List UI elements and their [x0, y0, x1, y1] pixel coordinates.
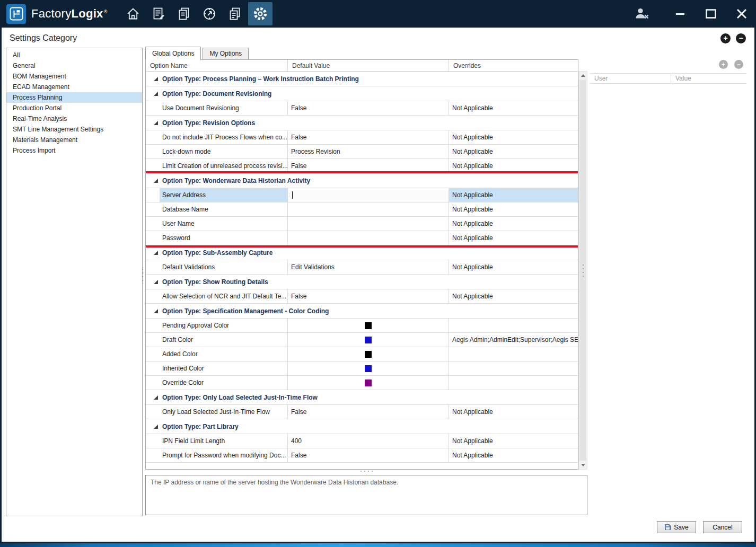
- collapse-triangle-icon[interactable]: [154, 309, 158, 313]
- scrollbar-thumb[interactable]: [579, 80, 586, 461]
- maximize-button[interactable]: [703, 6, 719, 22]
- option-name-cell[interactable]: Password: [146, 231, 288, 245]
- default-value-cell[interactable]: [288, 333, 449, 347]
- option-name-cell[interactable]: Do not include JIT Process Flows when co…: [146, 130, 288, 144]
- scroll-down-arrow-icon[interactable]: [579, 461, 587, 469]
- option-name-cell[interactable]: Draft Color: [146, 333, 288, 347]
- default-value-cell[interactable]: False: [288, 405, 449, 419]
- overrides-cell[interactable]: Not Applicable: [449, 289, 578, 303]
- copy-documents-button[interactable]: [223, 2, 247, 25]
- option-name-cell[interactable]: Prompt for Password when modifying Doc..…: [146, 448, 288, 462]
- overrides-cell[interactable]: Not Applicable: [449, 260, 578, 274]
- sidebar-item-smt-line-management-settings[interactable]: SMT Line Management Settings: [6, 124, 142, 135]
- column-header-user[interactable]: User: [590, 74, 671, 83]
- overrides-cell[interactable]: Not Applicable: [449, 231, 578, 245]
- overrides-cell[interactable]: Not Applicable: [449, 434, 578, 448]
- add-override-button[interactable]: +: [719, 60, 728, 69]
- default-value-cell[interactable]: False: [288, 101, 449, 115]
- overrides-cell[interactable]: [449, 376, 578, 390]
- default-value-cell[interactable]: Process Revision: [288, 145, 449, 158]
- option-row[interactable]: Allow Selection of NCR and JIT Default T…: [146, 289, 578, 304]
- group-header-row[interactable]: Option Type: Only Load Selected Just-In-…: [146, 390, 578, 405]
- overrides-cell[interactable]: Not Applicable: [449, 217, 578, 231]
- add-settings-button[interactable]: +: [720, 33, 731, 43]
- collapse-triangle-icon[interactable]: [154, 121, 158, 125]
- default-value-cell[interactable]: False: [288, 289, 449, 303]
- overrides-cell[interactable]: Aegis Admin;AdminEdit;Supervisor;Aegis S…: [449, 333, 578, 347]
- group-header-row[interactable]: Option Type: Specification Management - …: [146, 304, 578, 319]
- default-value-cell[interactable]: 400: [288, 434, 449, 448]
- user-logout-button[interactable]: [634, 6, 650, 22]
- option-row[interactable]: Inherited Color: [146, 361, 578, 376]
- default-value-cell[interactable]: False: [288, 130, 449, 144]
- sidebar-item-all[interactable]: All: [6, 50, 142, 60]
- option-name-cell[interactable]: Limit Creation of unreleased process rev…: [146, 159, 288, 173]
- option-name-cell[interactable]: Use Document Revisioning: [146, 101, 288, 115]
- option-name-cell[interactable]: User Name: [146, 217, 288, 231]
- sidebar-item-general[interactable]: General: [6, 60, 142, 71]
- option-row[interactable]: Prompt for Password when modifying Doc..…: [146, 448, 578, 463]
- group-header-row[interactable]: Option Type: Process Planning – Work Ins…: [146, 72, 578, 86]
- option-row[interactable]: Pending Approval Color: [146, 319, 578, 333]
- column-header-value[interactable]: Value: [671, 74, 746, 83]
- default-value-cell[interactable]: [288, 217, 449, 231]
- default-value-cell[interactable]: False: [288, 159, 449, 173]
- settings-button[interactable]: [248, 2, 272, 25]
- overrides-cell[interactable]: Not Applicable: [449, 130, 578, 144]
- option-row[interactable]: Added Color: [146, 347, 578, 361]
- option-row[interactable]: Limit Creation of unreleased process rev…: [146, 159, 578, 173]
- document-stack-button[interactable]: [172, 2, 196, 25]
- default-value-cell[interactable]: [288, 361, 449, 375]
- home-button[interactable]: [121, 2, 145, 25]
- sidebar-item-bom-management[interactable]: BOM Management: [6, 71, 142, 82]
- overrides-cell[interactable]: Not Applicable: [449, 405, 578, 419]
- worksheet-button[interactable]: [146, 2, 171, 25]
- sidebar-item-production-portal[interactable]: Production Portal: [6, 103, 142, 113]
- column-header-default-value[interactable]: Default Value: [288, 60, 449, 71]
- default-value-cell[interactable]: False: [288, 448, 449, 462]
- option-name-cell[interactable]: Only Load Selected Just-In-Time Flow: [146, 405, 288, 419]
- column-header-overrides[interactable]: Overrides: [449, 60, 578, 71]
- group-header-row[interactable]: Option Type: Wonderware Data Historian A…: [146, 173, 578, 188]
- group-header-row[interactable]: Option Type: Show Routing Details: [146, 275, 578, 289]
- remove-override-button[interactable]: −: [734, 60, 743, 69]
- group-header-row[interactable]: Option Type: Document Revisioning: [146, 86, 578, 101]
- option-row[interactable]: Draft ColorAegis Admin;AdminEdit;Supervi…: [146, 333, 578, 347]
- option-row[interactable]: Server AddressNot Applicable: [146, 188, 578, 202]
- sidebar-item-materials-management[interactable]: Materials Management: [6, 135, 142, 145]
- tab-global-options[interactable]: Global Options: [145, 47, 201, 60]
- table-scrollbar[interactable]: [578, 71, 587, 470]
- option-name-cell[interactable]: Inherited Color: [146, 361, 288, 375]
- column-header-option-name[interactable]: Option Name: [146, 60, 288, 71]
- option-row[interactable]: User NameNot Applicable: [146, 217, 578, 231]
- default-value-cell[interactable]: [288, 319, 449, 332]
- option-name-cell[interactable]: Allow Selection of NCR and JIT Default T…: [146, 289, 288, 303]
- sidebar-item-real-time-analysis[interactable]: Real-Time Analysis: [6, 113, 142, 124]
- default-value-cell[interactable]: [288, 202, 449, 216]
- overrides-cell[interactable]: Not Applicable: [449, 202, 578, 216]
- option-row[interactable]: Default ValidationsEdit ValidationsNot A…: [146, 260, 578, 275]
- overrides-cell[interactable]: Not Applicable: [449, 145, 578, 158]
- option-name-cell[interactable]: Server Address: [146, 188, 288, 202]
- option-row[interactable]: Database NameNot Applicable: [146, 202, 578, 217]
- overrides-cell[interactable]: [449, 347, 578, 361]
- option-name-cell[interactable]: Default Validations: [146, 260, 288, 274]
- overrides-cell[interactable]: Not Applicable: [449, 448, 578, 462]
- remove-settings-button[interactable]: −: [736, 33, 746, 43]
- cancel-button[interactable]: Cancel: [703, 521, 742, 533]
- settings-category-list[interactable]: AllGeneralBOM ManagementECAD ManagementP…: [6, 48, 143, 516]
- overrides-cell[interactable]: Not Applicable: [449, 188, 578, 202]
- option-name-cell[interactable]: Pending Approval Color: [146, 319, 288, 332]
- collapse-triangle-icon[interactable]: [154, 280, 158, 284]
- default-value-cell[interactable]: [288, 376, 449, 390]
- default-value-cell[interactable]: [288, 231, 449, 245]
- tab-my-options[interactable]: My Options: [203, 48, 249, 60]
- collapse-triangle-icon[interactable]: [154, 92, 158, 96]
- overrides-cell[interactable]: [449, 319, 578, 332]
- group-header-row[interactable]: Option Type: Part Library: [146, 419, 578, 434]
- collapse-triangle-icon[interactable]: [154, 425, 158, 429]
- sidebar-item-process-import[interactable]: Process Import: [6, 145, 142, 156]
- option-name-cell[interactable]: Added Color: [146, 347, 288, 361]
- collapse-triangle-icon[interactable]: [154, 179, 158, 183]
- option-name-cell[interactable]: Override Color: [146, 376, 288, 390]
